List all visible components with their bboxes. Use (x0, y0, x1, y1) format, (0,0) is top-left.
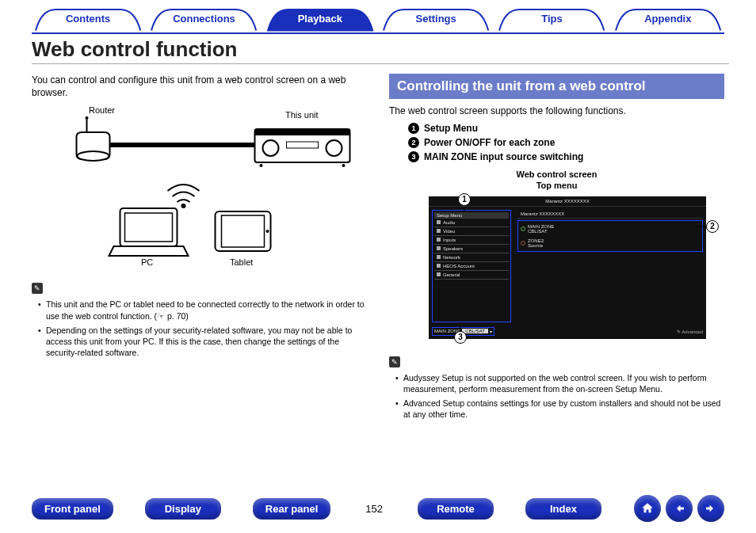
home-icon (640, 501, 655, 516)
unit-label: This unit (285, 110, 319, 120)
svg-point-2 (78, 151, 109, 161)
svg-point-9 (342, 164, 346, 167)
arrow-left-icon (672, 501, 686, 516)
tab-appendix[interactable]: Appendix (612, 8, 724, 32)
tablet-icon (216, 211, 271, 251)
feature-item-2: 2Power ON/OFF for each zone (408, 137, 724, 148)
feature-label: Setup Menu (424, 123, 478, 134)
wifi-icon (168, 185, 200, 207)
laptop-icon (109, 208, 189, 256)
left-notes: This unit and the PC or tablet need to b… (32, 299, 367, 358)
caption-line-2: Top menu (536, 181, 578, 190)
mock-side-speakers: Speakers (443, 246, 463, 251)
svg-rect-4 (255, 129, 350, 135)
intro-text: You can control and configure this unit … (32, 74, 367, 99)
tab-label: Tips (541, 13, 563, 25)
note-icon: ✎ (32, 283, 43, 294)
router-label: Router (89, 105, 115, 115)
callout-1-icon: 1 (458, 193, 471, 206)
mock-main: Marantz XXXXXXXX MAIN ZONECBL/SAT ZONE2S… (517, 210, 703, 322)
mock-zone2: ZONE2 (528, 238, 544, 243)
num-3-icon: 3 (408, 151, 419, 162)
index-button[interactable]: Index (525, 498, 601, 520)
top-nav: Contents Connections Playback Settings T… (0, 0, 756, 32)
mock-sidebar: Setup Menu Audio Video Inputs Speakers N… (432, 210, 511, 322)
page-title: Web control function (32, 37, 729, 64)
feature-label: Power ON/OFF for each zone (424, 137, 555, 148)
arrow-right-icon (704, 501, 718, 516)
next-button[interactable] (697, 495, 724, 522)
pc-label: PC (141, 257, 153, 267)
svg-point-10 (182, 204, 185, 207)
svg-point-1 (86, 116, 89, 120)
remote-button[interactable]: Remote (418, 498, 494, 520)
front-panel-button[interactable]: Front panel (32, 498, 113, 520)
right-notes: Audyssey Setup is not supported on the w… (389, 372, 724, 421)
svg-rect-19 (679, 508, 684, 510)
tab-label: Playback (298, 13, 342, 25)
home-button[interactable] (634, 495, 661, 522)
router-icon (77, 116, 110, 161)
mock-mainsource: CBL/SAT (528, 229, 554, 234)
tab-label: Connections (173, 13, 235, 25)
feature-label: MAIN ZONE input source switching (424, 151, 583, 162)
tab-label: Settings (416, 13, 456, 25)
note-item: Depending on the settings of your securi… (38, 325, 367, 359)
display-button[interactable]: Display (145, 498, 221, 520)
rear-panel-button[interactable]: Rear panel (253, 498, 330, 520)
mock-side-network: Network (443, 255, 460, 260)
caption-line-1: Web control screen (517, 169, 598, 179)
note-item: This unit and the PC or tablet need to b… (38, 299, 367, 321)
svg-rect-7 (287, 142, 319, 148)
num-2-icon: 2 (408, 137, 419, 148)
mock-side-general: General (443, 272, 460, 277)
tab-tips[interactable]: Tips (495, 8, 608, 32)
mock-mainzone: MAIN ZONE (528, 224, 554, 229)
callout-3-icon: 3 (454, 331, 467, 344)
page-number: 152 (365, 503, 383, 515)
tab-connections[interactable]: Connections (147, 8, 260, 32)
tab-label: Appendix (644, 13, 691, 25)
mock-advanced: ✎ Advanced (677, 329, 703, 334)
svg-rect-12 (125, 213, 173, 242)
left-column: You can control and configure this unit … (32, 74, 367, 423)
bottom-nav: Front panel Display Rear panel 152 Remot… (0, 495, 756, 522)
feature-intro: The web control screen supports the foll… (389, 105, 724, 116)
nav-divider (32, 32, 724, 34)
feature-item-1: 1Setup Menu (408, 123, 724, 134)
tab-contents[interactable]: Contents (32, 8, 144, 32)
note-icon: ✎ (389, 356, 400, 367)
svg-point-8 (260, 164, 263, 167)
mock-side-inputs: Inputs (443, 238, 456, 242)
web-control-mock: Marantz XXXXXXXX Setup Menu Audio Video … (429, 196, 706, 339)
mock-device-name: Marantz XXXXXXXX (517, 210, 703, 219)
tab-settings[interactable]: Settings (380, 8, 492, 32)
mock-side-heos: HEOS Account (443, 264, 475, 268)
av-unit-icon (255, 129, 350, 167)
mock-zone2source: Source (528, 243, 544, 248)
screen-caption: Web control screen Top menu (389, 169, 724, 192)
feature-list: 1Setup Menu 2Power ON/OFF for each zone … (389, 123, 724, 162)
feature-item-3: 3MAIN ZONE input source switching (408, 151, 724, 162)
mock-side-video: Video (443, 229, 455, 234)
svg-rect-20 (706, 508, 711, 510)
note-item: Audyssey Setup is not supported on the w… (395, 372, 724, 394)
svg-point-15 (266, 230, 269, 233)
num-1-icon: 1 (408, 123, 419, 134)
svg-rect-14 (222, 215, 265, 247)
section-header: Controlling the unit from a web control (389, 74, 724, 99)
network-diagram: Router This unit PC Tablet (32, 105, 367, 272)
tab-playback[interactable]: Playback (264, 8, 376, 32)
note-item: Advanced Setup contains settings for use… (395, 398, 724, 420)
tab-label: Contents (66, 13, 110, 25)
tablet-label: Tablet (230, 257, 253, 267)
prev-button[interactable] (666, 495, 693, 522)
mock-side-audio: Audio (443, 220, 455, 225)
right-column: Controlling the unit from a web control … (389, 74, 724, 423)
callout-2-icon: 2 (706, 220, 719, 233)
